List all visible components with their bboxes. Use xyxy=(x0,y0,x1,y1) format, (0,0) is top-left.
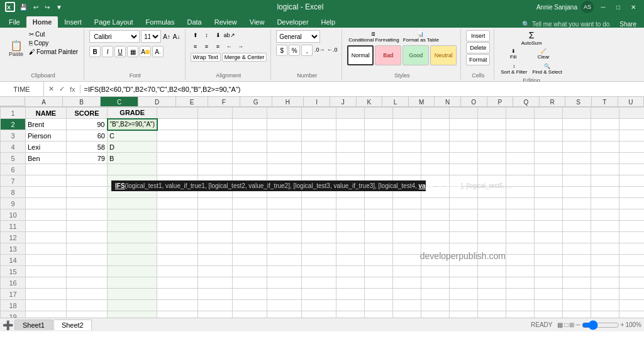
table-cell[interactable] xyxy=(157,108,198,119)
table-cell[interactable] xyxy=(563,175,591,187)
table-cell[interactable] xyxy=(267,141,302,153)
table-cell[interactable] xyxy=(108,300,157,311)
format-as-table-btn[interactable]: 📊 Format as Table xyxy=(402,30,440,44)
table-cell[interactable] xyxy=(506,164,535,175)
table-cell[interactable] xyxy=(157,243,198,255)
table-cell[interactable] xyxy=(302,289,336,300)
table-cell[interactable] xyxy=(591,153,619,164)
table-cell[interactable] xyxy=(535,198,563,209)
indent-dec-btn[interactable]: ← xyxy=(225,42,235,52)
table-cell[interactable] xyxy=(198,266,233,277)
table-cell[interactable] xyxy=(233,243,267,255)
table-cell[interactable] xyxy=(421,232,450,243)
table-cell[interactable] xyxy=(478,255,506,266)
row-number[interactable]: 12 xyxy=(1,232,26,243)
table-cell[interactable] xyxy=(591,300,619,311)
table-cell[interactable]: Ben xyxy=(26,153,67,164)
table-cell[interactable] xyxy=(421,130,450,141)
table-cell[interactable] xyxy=(365,198,393,209)
table-cell[interactable] xyxy=(450,119,478,130)
table-cell[interactable] xyxy=(591,175,619,187)
table-cell[interactable] xyxy=(563,130,591,141)
table-cell[interactable] xyxy=(198,119,233,130)
table-cell[interactable] xyxy=(267,289,302,300)
col-header-q[interactable]: Q xyxy=(513,97,540,107)
table-cell[interactable] xyxy=(26,255,67,266)
table-cell[interactable] xyxy=(67,187,108,198)
table-cell[interactable] xyxy=(302,164,336,175)
table-cell[interactable] xyxy=(563,187,591,198)
zoom-in-btn[interactable]: + xyxy=(621,321,625,328)
table-cell[interactable] xyxy=(26,300,67,311)
table-cell[interactable] xyxy=(365,300,393,311)
table-cell[interactable] xyxy=(506,243,535,255)
table-cell[interactable] xyxy=(302,209,336,221)
close-btn[interactable]: ✕ xyxy=(628,1,639,13)
table-cell[interactable] xyxy=(619,175,644,187)
table-cell[interactable] xyxy=(365,311,393,318)
row-number[interactable]: 13 xyxy=(1,243,26,255)
table-cell[interactable] xyxy=(67,221,108,232)
table-cell[interactable] xyxy=(506,311,535,318)
table-cell[interactable] xyxy=(478,311,506,318)
table-cell[interactable] xyxy=(535,119,563,130)
table-cell[interactable] xyxy=(267,277,302,289)
table-cell[interactable] xyxy=(393,108,421,119)
col-header-n[interactable]: N xyxy=(435,97,461,107)
table-cell[interactable] xyxy=(535,289,563,300)
table-cell[interactable] xyxy=(233,164,267,175)
table-cell[interactable] xyxy=(619,232,644,243)
table-cell[interactable] xyxy=(421,243,450,255)
col-header-j[interactable]: J xyxy=(330,97,357,107)
right-align-btn[interactable]: ≡ xyxy=(213,42,223,52)
table-cell[interactable] xyxy=(233,232,267,243)
table-cell[interactable] xyxy=(506,255,535,266)
decimal-inc-btn[interactable]: .0→ xyxy=(314,45,325,55)
tab-file[interactable]: File xyxy=(3,16,26,28)
table-cell[interactable] xyxy=(535,187,563,198)
table-cell[interactable] xyxy=(591,277,619,289)
table-cell[interactable]: C xyxy=(108,130,157,141)
minimize-btn[interactable]: ─ xyxy=(597,1,609,13)
table-cell[interactable] xyxy=(157,130,198,141)
table-cell[interactable] xyxy=(108,266,157,277)
table-cell[interactable] xyxy=(535,221,563,232)
table-cell[interactable] xyxy=(302,300,336,311)
table-cell[interactable] xyxy=(198,153,233,164)
table-cell[interactable] xyxy=(365,221,393,232)
table-cell[interactable] xyxy=(108,232,157,243)
table-cell[interactable] xyxy=(393,153,421,164)
row-number[interactable]: 11 xyxy=(1,221,26,232)
table-cell[interactable] xyxy=(267,198,302,209)
table-cell[interactable] xyxy=(591,221,619,232)
table-cell[interactable] xyxy=(336,277,365,289)
table-cell[interactable] xyxy=(198,289,233,300)
table-cell[interactable] xyxy=(233,141,267,153)
table-cell[interactable] xyxy=(198,164,233,175)
search-placeholder[interactable]: Tell me what you want to do xyxy=(532,21,609,28)
col-header-p[interactable]: P xyxy=(487,97,514,107)
table-cell[interactable] xyxy=(591,141,619,153)
share-btn[interactable]: Share xyxy=(619,21,636,28)
table-cell[interactable] xyxy=(67,209,108,221)
table-cell[interactable] xyxy=(157,198,198,209)
table-cell[interactable] xyxy=(157,311,198,318)
table-cell[interactable] xyxy=(157,119,198,130)
table-cell[interactable] xyxy=(336,198,365,209)
table-cell[interactable]: "B",B2>=90,"A") xyxy=(108,119,157,130)
top-align-btn[interactable]: ⬆ xyxy=(191,30,201,40)
table-cell[interactable] xyxy=(302,141,336,153)
table-cell[interactable] xyxy=(302,153,336,164)
table-cell[interactable] xyxy=(26,198,67,209)
table-cell[interactable] xyxy=(157,153,198,164)
table-cell[interactable] xyxy=(421,221,450,232)
table-cell[interactable] xyxy=(26,164,67,175)
table-cell[interactable] xyxy=(198,277,233,289)
table-cell[interactable] xyxy=(198,300,233,311)
cut-btn[interactable]: ✂ Cut xyxy=(27,30,47,38)
sheet-tab-2[interactable]: Sheet2 xyxy=(53,319,92,330)
wrap-text-btn[interactable]: Wrap Text xyxy=(191,53,221,62)
col-header-b[interactable]: B xyxy=(63,97,101,107)
table-cell[interactable] xyxy=(67,300,108,311)
table-cell[interactable]: 90 xyxy=(67,119,108,130)
